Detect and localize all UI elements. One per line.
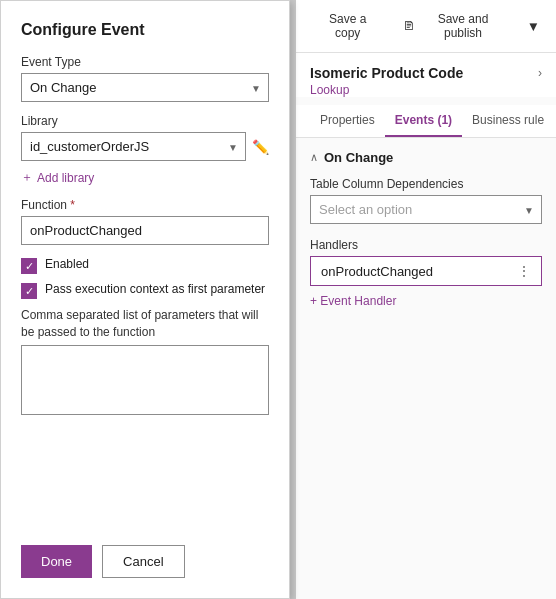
handler-name: onProductChanged <box>321 264 433 279</box>
table-deps-field: Select an option ▼ <box>310 195 542 224</box>
table-deps-select[interactable]: Select an option <box>310 195 542 224</box>
handler-menu-icon[interactable]: ⋮ <box>517 263 531 279</box>
section-header: ∧ On Change <box>310 150 542 165</box>
enabled-row: Enabled <box>21 257 269 274</box>
done-button[interactable]: Done <box>21 545 92 578</box>
enabled-checkbox[interactable] <box>21 258 37 274</box>
collapse-icon[interactable]: ∧ <box>310 151 318 164</box>
field-subtitle: Lookup <box>310 83 542 97</box>
field-title: Isomeric Product Code <box>310 65 463 81</box>
tab-business-rules[interactable]: Business rule <box>462 105 554 137</box>
add-handler-label: + Event Handler <box>310 294 396 308</box>
on-change-section-title: On Change <box>324 150 393 165</box>
library-label: Library <box>21 114 269 128</box>
configure-event-modal: Configure Event Event Type On Change ▼ L… <box>0 0 290 599</box>
right-panel: Save a copy 🖹 Save and publish ▼ Isomeri… <box>296 0 556 599</box>
pass-context-label: Pass execution context as first paramete… <box>45 282 265 296</box>
tabs-bar: Properties Events (1) Business rule <box>296 105 556 138</box>
modal-footer: Done Cancel <box>21 545 269 578</box>
save-publish-dropdown-button[interactable]: ▼ <box>523 15 544 38</box>
field-title-row: Isomeric Product Code › <box>310 65 542 81</box>
add-library-button[interactable]: ＋ Add library <box>21 169 269 186</box>
add-library-label: Add library <box>37 171 94 185</box>
events-content: ∧ On Change Table Column Dependencies Se… <box>296 138 556 599</box>
library-edit-icon[interactable]: ✏️ <box>252 139 269 155</box>
table-deps-label: Table Column Dependencies <box>310 177 542 191</box>
tab-properties[interactable]: Properties <box>310 105 385 137</box>
function-input[interactable] <box>21 216 269 245</box>
event-type-select[interactable]: On Change <box>21 73 269 102</box>
field-header: Isomeric Product Code › Lookup <box>296 53 556 97</box>
enabled-label: Enabled <box>45 257 89 271</box>
add-handler-button[interactable]: + Event Handler <box>310 294 396 308</box>
pass-context-row: Pass execution context as first paramete… <box>21 282 269 299</box>
function-label: Function <box>21 198 269 212</box>
library-row: id_customerOrderJS ▼ ✏️ <box>21 132 269 161</box>
save-copy-label: Save a copy <box>316 12 379 40</box>
save-publish-label: Save and publish <box>419 12 507 40</box>
event-type-label: Event Type <box>21 55 269 69</box>
params-textarea[interactable] <box>21 345 269 415</box>
pass-context-checkbox[interactable] <box>21 283 37 299</box>
tab-events[interactable]: Events (1) <box>385 105 462 137</box>
library-select-wrapper: id_customerOrderJS ▼ <box>21 132 246 161</box>
save-publish-icon: 🖹 <box>403 19 415 33</box>
add-library-plus-icon: ＋ <box>21 169 33 186</box>
event-type-field: On Change ▼ <box>21 73 269 102</box>
handlers-label: Handlers <box>310 238 542 252</box>
params-label: Comma separated list of parameters that … <box>21 307 269 341</box>
library-select[interactable]: id_customerOrderJS <box>21 132 246 161</box>
modal-title: Configure Event <box>21 21 269 39</box>
cancel-button[interactable]: Cancel <box>102 545 184 578</box>
handler-item: onProductChanged ⋮ <box>310 256 542 286</box>
save-copy-button[interactable]: Save a copy <box>308 8 387 44</box>
save-publish-button[interactable]: 🖹 Save and publish <box>395 8 515 44</box>
top-bar: Save a copy 🖹 Save and publish ▼ <box>296 0 556 53</box>
field-header-chevron-icon: › <box>538 66 542 80</box>
